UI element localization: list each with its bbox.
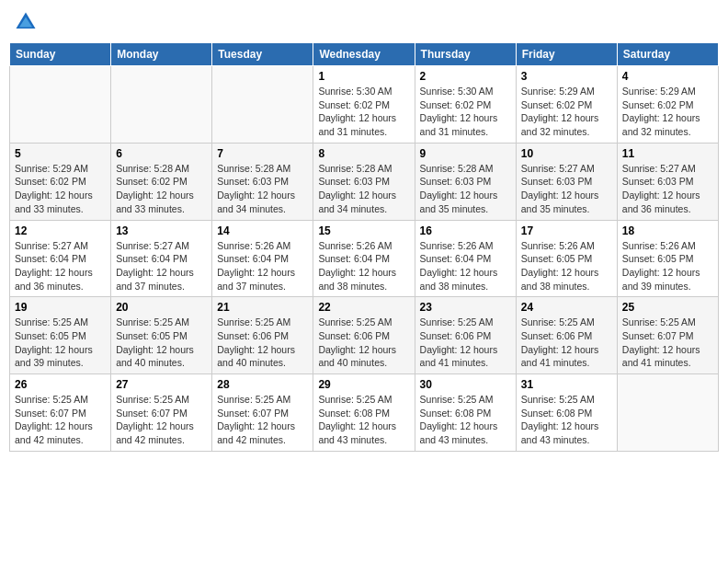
day-number: 11 [622,147,713,160]
calendar-day-28: 28Sunrise: 5:25 AM Sunset: 6:07 PM Dayli… [212,374,313,452]
calendar-table: SundayMondayTuesdayWednesdayThursdayFrid… [9,42,719,452]
day-number: 17 [521,224,612,237]
logo-icon [13,9,39,35]
calendar-week-5: 26Sunrise: 5:25 AM Sunset: 6:07 PM Dayli… [10,374,719,452]
day-detail: Sunrise: 5:26 AM Sunset: 6:05 PM Dayligh… [521,239,612,293]
day-detail: Sunrise: 5:28 AM Sunset: 6:03 PM Dayligh… [420,162,511,216]
day-detail: Sunrise: 5:26 AM Sunset: 6:05 PM Dayligh… [622,239,713,293]
day-detail: Sunrise: 5:26 AM Sunset: 6:04 PM Dayligh… [420,239,511,293]
day-detail: Sunrise: 5:25 AM Sunset: 6:06 PM Dayligh… [420,316,511,370]
calendar-day-20: 20Sunrise: 5:25 AM Sunset: 6:05 PM Dayli… [111,297,212,374]
calendar-day-31: 31Sunrise: 5:25 AM Sunset: 6:08 PM Dayli… [516,374,617,452]
weekday-header-row: SundayMondayTuesdayWednesdayThursdayFrid… [10,43,719,66]
day-detail: Sunrise: 5:29 AM Sunset: 6:02 PM Dayligh… [622,85,713,139]
day-detail: Sunrise: 5:28 AM Sunset: 6:02 PM Dayligh… [116,162,207,216]
day-number: 15 [318,224,409,237]
day-detail: Sunrise: 5:26 AM Sunset: 6:04 PM Dayligh… [217,239,308,293]
calendar-week-4: 19Sunrise: 5:25 AM Sunset: 6:05 PM Dayli… [10,297,719,374]
day-detail: Sunrise: 5:25 AM Sunset: 6:05 PM Dayligh… [116,316,207,370]
day-number: 10 [521,147,612,160]
day-number: 14 [217,224,308,237]
day-detail: Sunrise: 5:27 AM Sunset: 6:04 PM Dayligh… [15,239,106,293]
day-detail: Sunrise: 5:27 AM Sunset: 6:04 PM Dayligh… [116,239,207,293]
day-detail: Sunrise: 5:25 AM Sunset: 6:07 PM Dayligh… [217,393,308,447]
calendar-day-30: 30Sunrise: 5:25 AM Sunset: 6:08 PM Dayli… [415,374,516,452]
day-number: 3 [521,70,612,83]
day-detail: Sunrise: 5:25 AM Sunset: 6:05 PM Dayligh… [15,316,106,370]
day-number: 31 [521,378,612,391]
calendar-day-2: 2Sunrise: 5:30 AM Sunset: 6:02 PM Daylig… [415,66,516,144]
calendar-day-25: 25Sunrise: 5:25 AM Sunset: 6:07 PM Dayli… [617,297,718,374]
calendar-day-1: 1Sunrise: 5:30 AM Sunset: 6:02 PM Daylig… [313,66,415,144]
day-number: 20 [116,301,207,314]
day-number: 16 [420,224,511,237]
calendar-week-3: 12Sunrise: 5:27 AM Sunset: 6:04 PM Dayli… [10,220,719,297]
weekday-header-friday: Friday [516,43,617,66]
calendar-day-21: 21Sunrise: 5:25 AM Sunset: 6:06 PM Dayli… [212,297,313,374]
calendar-day-29: 29Sunrise: 5:25 AM Sunset: 6:08 PM Dayli… [313,374,415,452]
calendar-day-15: 15Sunrise: 5:26 AM Sunset: 6:04 PM Dayli… [313,220,415,297]
calendar-day-8: 8Sunrise: 5:28 AM Sunset: 6:03 PM Daylig… [313,143,415,220]
calendar-day-12: 12Sunrise: 5:27 AM Sunset: 6:04 PM Dayli… [10,220,111,297]
day-number: 21 [217,301,308,314]
calendar-day-24: 24Sunrise: 5:25 AM Sunset: 6:06 PM Dayli… [516,297,617,374]
day-number: 12 [15,224,106,237]
day-detail: Sunrise: 5:25 AM Sunset: 6:07 PM Dayligh… [622,316,713,370]
day-number: 1 [318,70,409,83]
day-number: 24 [521,301,612,314]
empty-cell [111,66,212,144]
empty-cell [617,374,718,452]
day-number: 5 [15,147,106,160]
day-number: 8 [318,147,409,160]
weekday-header-monday: Monday [111,43,212,66]
calendar-day-18: 18Sunrise: 5:26 AM Sunset: 6:05 PM Dayli… [617,220,718,297]
calendar-day-26: 26Sunrise: 5:25 AM Sunset: 6:07 PM Dayli… [10,374,111,452]
calendar-day-6: 6Sunrise: 5:28 AM Sunset: 6:02 PM Daylig… [111,143,212,220]
weekday-header-tuesday: Tuesday [212,43,313,66]
calendar-day-10: 10Sunrise: 5:27 AM Sunset: 6:03 PM Dayli… [516,143,617,220]
day-detail: Sunrise: 5:26 AM Sunset: 6:04 PM Dayligh… [318,239,409,293]
day-detail: Sunrise: 5:29 AM Sunset: 6:02 PM Dayligh… [521,85,612,139]
day-detail: Sunrise: 5:25 AM Sunset: 6:06 PM Dayligh… [318,316,409,370]
calendar-day-7: 7Sunrise: 5:28 AM Sunset: 6:03 PM Daylig… [212,143,313,220]
day-number: 4 [622,70,713,83]
calendar-day-19: 19Sunrise: 5:25 AM Sunset: 6:05 PM Dayli… [10,297,111,374]
day-detail: Sunrise: 5:25 AM Sunset: 6:08 PM Dayligh… [318,393,409,447]
day-number: 30 [420,378,511,391]
day-number: 25 [622,301,713,314]
day-number: 6 [116,147,207,160]
calendar-day-14: 14Sunrise: 5:26 AM Sunset: 6:04 PM Dayli… [212,220,313,297]
day-number: 26 [15,378,106,391]
day-detail: Sunrise: 5:30 AM Sunset: 6:02 PM Dayligh… [420,85,511,139]
calendar-day-4: 4Sunrise: 5:29 AM Sunset: 6:02 PM Daylig… [617,66,718,144]
day-detail: Sunrise: 5:28 AM Sunset: 6:03 PM Dayligh… [217,162,308,216]
day-detail: Sunrise: 5:25 AM Sunset: 6:07 PM Dayligh… [116,393,207,447]
calendar-day-11: 11Sunrise: 5:27 AM Sunset: 6:03 PM Dayli… [617,143,718,220]
empty-cell [212,66,313,144]
calendar-day-22: 22Sunrise: 5:25 AM Sunset: 6:06 PM Dayli… [313,297,415,374]
day-number: 29 [318,378,409,391]
empty-cell [10,66,111,144]
calendar-day-3: 3Sunrise: 5:29 AM Sunset: 6:02 PM Daylig… [516,66,617,144]
weekday-header-thursday: Thursday [415,43,516,66]
day-number: 22 [318,301,409,314]
day-detail: Sunrise: 5:25 AM Sunset: 6:08 PM Dayligh… [521,393,612,447]
calendar-week-1: 1Sunrise: 5:30 AM Sunset: 6:02 PM Daylig… [10,66,719,144]
day-detail: Sunrise: 5:25 AM Sunset: 6:07 PM Dayligh… [15,393,106,447]
calendar-day-5: 5Sunrise: 5:29 AM Sunset: 6:02 PM Daylig… [10,143,111,220]
day-detail: Sunrise: 5:25 AM Sunset: 6:06 PM Dayligh… [521,316,612,370]
day-number: 19 [15,301,106,314]
day-detail: Sunrise: 5:28 AM Sunset: 6:03 PM Dayligh… [318,162,409,216]
day-number: 27 [116,378,207,391]
day-number: 2 [420,70,511,83]
day-number: 28 [217,378,308,391]
weekday-header-sunday: Sunday [10,43,111,66]
day-detail: Sunrise: 5:30 AM Sunset: 6:02 PM Dayligh… [318,85,409,139]
calendar-day-27: 27Sunrise: 5:25 AM Sunset: 6:07 PM Dayli… [111,374,212,452]
weekday-header-saturday: Saturday [617,43,718,66]
calendar-day-17: 17Sunrise: 5:26 AM Sunset: 6:05 PM Dayli… [516,220,617,297]
day-number: 13 [116,224,207,237]
day-detail: Sunrise: 5:27 AM Sunset: 6:03 PM Dayligh… [622,162,713,216]
logo [13,9,42,35]
day-number: 7 [217,147,308,160]
